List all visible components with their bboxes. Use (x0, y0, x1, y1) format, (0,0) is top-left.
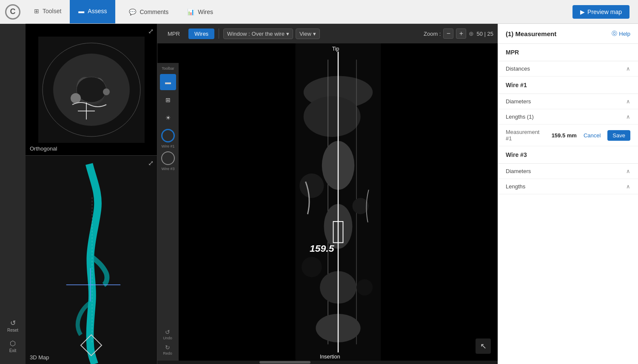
reset-button[interactable]: ↺ Reset (5, 316, 21, 335)
wires-label: Wires (198, 9, 213, 15)
undo-icon: ↺ (165, 329, 170, 336)
zoom-out-button[interactable]: − (443, 28, 453, 39)
viewer-body: Toolbar ▬ ⊞ ☀ Wire #1 (157, 43, 498, 361)
undo-label: Undo (163, 336, 172, 340)
exit-button[interactable]: ⬡ Exit (7, 337, 19, 355)
svg-point-28 (356, 279, 373, 296)
orthogonal-label: Orthogonal (30, 145, 57, 152)
main-content: ↺ Reset ⬡ Exit (0, 24, 638, 364)
zoom-icon: ⊕ (469, 30, 474, 37)
reset-icon: ↺ (10, 319, 16, 327)
chevron-down-icon: ▾ (286, 31, 289, 37)
right-panel: (1) Measurement ⓪ Help MPR Distances ∧ W… (498, 24, 638, 364)
svg-point-6 (77, 77, 106, 102)
top-bar-middle: 💬 Comments 📊 Wires ▶ Preview map (115, 5, 638, 19)
ct-canvas (26, 24, 157, 155)
cancel-measurement-button[interactable]: Cancel (581, 132, 603, 139)
undo-redo-group: ↺ Undo ↻ Redo (160, 327, 176, 356)
viewer-toolbar: MPR Wires Window : Over the wire ▾ View … (157, 24, 498, 43)
grid-tool-icon: ⊞ (165, 97, 171, 103)
left-panels: Orthogonal ⤢ Tip (26, 24, 157, 364)
svg-point-7 (71, 93, 81, 103)
map3d-label: 3D Map (30, 354, 49, 361)
wire3-indicator (161, 151, 175, 165)
mpr-tab-label: MPR (168, 31, 180, 37)
selection-tool-button[interactable]: ▬ (160, 74, 176, 90)
wires-view-tab[interactable]: Wires (188, 28, 214, 39)
measurement-value-display: 159.5 mm (547, 132, 577, 139)
help-button[interactable]: ⓪ Help (612, 30, 630, 37)
toolset-tab[interactable]: ⊞ Toolset (26, 0, 70, 23)
wire1-indicator (161, 129, 175, 142)
view-label: View (299, 31, 311, 37)
wire3-diameters-chevron-icon: ∧ (626, 168, 630, 174)
toolbar-sep-1 (219, 28, 219, 39)
comments-icon: 💬 (129, 9, 136, 15)
wires-button[interactable]: 📊 Wires (182, 6, 218, 18)
mpr-viewer-image: 159.5 Tip Insertion ↖ (179, 43, 498, 361)
wire1-lengths-label: Lengths (1) (506, 114, 534, 120)
panel-title: (1) Measurement (506, 30, 556, 37)
assess-icon: ▬ (78, 8, 84, 14)
play-icon: ▶ (580, 9, 585, 15)
wire1-lengths-subsection[interactable]: Lengths (1) ∧ (498, 109, 638, 125)
viewer-scrollbar[interactable] (157, 361, 498, 364)
view-dropdown[interactable]: View ▾ (296, 28, 320, 39)
measurement-row-1: Measurement #1 159.5 mm Cancel Save (498, 125, 638, 146)
wire3-section-label: Wire #3 (506, 151, 527, 158)
wire3-tool-group: Wire #3 (160, 150, 176, 171)
redo-button[interactable]: ↻ Redo (160, 343, 176, 356)
center-viewer: MPR Wires Window : Over the wire ▾ View … (157, 24, 498, 364)
wire1-tool-button[interactable] (160, 128, 176, 144)
window-dropdown[interactable]: Window : Over the wire ▾ (223, 28, 293, 39)
svg-text:159.5: 159.5 (310, 243, 335, 254)
wire1-section-label: Wire #1 (506, 82, 527, 88)
cursor-tool-button[interactable]: ↖ (476, 338, 491, 354)
window-value: Over the wire (252, 31, 285, 37)
distances-chevron-icon: ∧ (626, 65, 630, 72)
wire3-section-header[interactable]: Wire #3 (498, 146, 638, 164)
comments-button[interactable]: 💬 Comments (124, 6, 174, 18)
svg-text:Insertion: Insertion (320, 354, 340, 360)
comments-label: Comments (140, 9, 168, 15)
zoom-value: 50 | 25 (476, 31, 493, 37)
assess-tab[interactable]: ▬ Assess (70, 0, 115, 23)
mpr-scan-svg: 159.5 Tip Insertion (179, 43, 498, 361)
grid-tool-button[interactable]: ⊞ (160, 92, 176, 108)
wire3-diameters-subsection[interactable]: Diameters ∧ (498, 164, 638, 179)
wires-icon: 📊 (187, 9, 194, 15)
mpr-section-label: MPR (506, 49, 519, 56)
mpr-section-header[interactable]: MPR (498, 44, 638, 61)
wire1-diameters-chevron-icon: ∧ (626, 98, 630, 105)
wire3-tool-button[interactable] (160, 150, 176, 166)
wire1-diameters-subsection[interactable]: Diameters ∧ (498, 94, 638, 109)
vessel-3d-image (26, 156, 157, 364)
toolbar-title-label: Toolbar (162, 66, 174, 71)
redo-label: Redo (163, 351, 172, 355)
brightness-tool-button[interactable]: ☀ (160, 110, 176, 126)
help-icon: ⓪ (612, 30, 617, 37)
nav-tabs: ⊞ Toolset ▬ Assess (26, 0, 115, 23)
svg-text:Tip: Tip (332, 46, 339, 52)
svg-point-25 (299, 173, 324, 198)
top-bar: C ⊞ Toolset ▬ Assess 💬 Comments 📊 Wires … (0, 0, 638, 24)
svg-point-27 (302, 257, 322, 277)
mpr-image-area[interactable]: 159.5 Tip Insertion (179, 43, 498, 361)
mpr-tab[interactable]: MPR (162, 28, 186, 39)
zoom-in-button[interactable]: + (456, 28, 466, 39)
wire3-lengths-chevron-icon: ∧ (626, 183, 630, 190)
expand-orthogonal-button[interactable]: ⤢ (148, 27, 154, 35)
distances-subsection[interactable]: Distances ∧ (498, 61, 638, 77)
expand-3dmap-button[interactable]: ⤢ (148, 159, 154, 167)
brightness-icon: ☀ (165, 114, 171, 121)
redo-icon: ↻ (165, 344, 170, 351)
preview-map-button[interactable]: ▶ Preview map (572, 5, 629, 19)
wire3-tool-label: Wire #3 (161, 167, 174, 171)
ct-scan-image (38, 37, 145, 143)
undo-button[interactable]: ↺ Undo (160, 327, 176, 341)
tool-sidebar: Toolbar ▬ ⊞ ☀ Wire #1 (157, 63, 179, 361)
scrollbar-thumb[interactable] (259, 361, 310, 364)
save-measurement-button[interactable]: Save (607, 130, 630, 141)
wire1-section-header[interactable]: Wire #1 (498, 77, 638, 94)
wire3-lengths-subsection[interactable]: Lengths ∧ (498, 179, 638, 194)
